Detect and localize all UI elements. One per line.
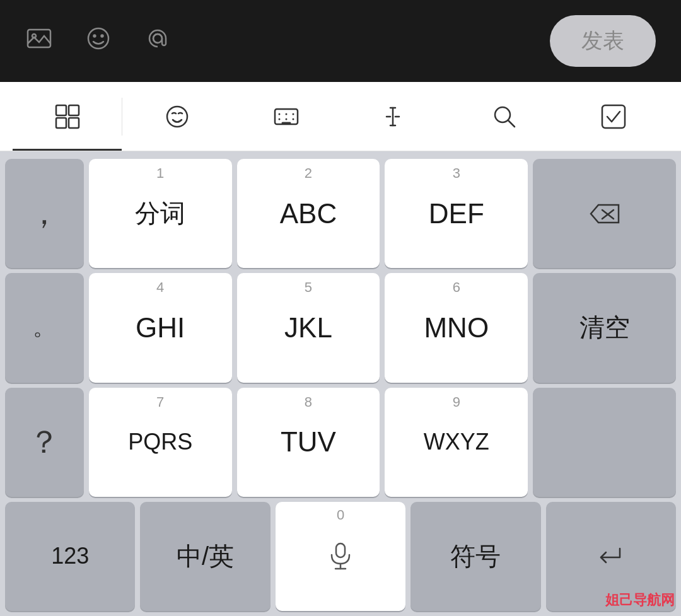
- emoji-icon[interactable]: [84, 25, 112, 58]
- svg-rect-6: [56, 105, 66, 115]
- key-8-tuv[interactable]: 8 TUV: [237, 388, 380, 497]
- checkmark-icon: [600, 103, 627, 131]
- key-row-4: 123 中/英 0 符号: [5, 502, 676, 611]
- key-period[interactable]: 。: [5, 273, 84, 382]
- watermark: 姐己导航网: [605, 591, 675, 610]
- svg-point-2: [88, 28, 108, 49]
- image-icon[interactable]: [25, 25, 53, 58]
- top-bar: 发表: [0, 0, 681, 82]
- key-row-3: ？ 7 PQRS 8 TUV 9 WXYZ: [5, 388, 676, 497]
- key-return-top[interactable]: [533, 388, 676, 497]
- keyboard: ， 1 分词 2 ABC 3 DEF 。: [0, 151, 681, 616]
- svg-point-4: [102, 35, 103, 37]
- svg-point-3: [94, 35, 96, 37]
- cursor-icon: [381, 103, 409, 131]
- toolbar: [0, 82, 681, 151]
- grid-icon: [54, 103, 81, 131]
- key-3-def[interactable]: 3 DEF: [385, 159, 528, 268]
- svg-rect-8: [56, 118, 66, 128]
- svg-line-25: [508, 120, 515, 127]
- key-comma[interactable]: ，: [5, 159, 84, 268]
- key-row-2: 。 4 GHI 5 JKL 6 MNO 清空: [5, 273, 676, 382]
- toolbar-item-keyboard[interactable]: [231, 82, 340, 151]
- mic-icon: [329, 542, 352, 570]
- key-4-ghi[interactable]: 4 GHI: [89, 273, 232, 382]
- toolbar-item-cursor[interactable]: [341, 82, 450, 151]
- return-icon: [595, 542, 627, 570]
- publish-button[interactable]: 发表: [550, 15, 656, 67]
- key-2-abc[interactable]: 2 ABC: [237, 159, 380, 268]
- key-9-wxyz[interactable]: 9 WXYZ: [385, 388, 528, 497]
- toolbar-item-search[interactable]: [450, 82, 559, 151]
- at-icon[interactable]: [144, 25, 172, 58]
- svg-rect-29: [336, 543, 345, 557]
- key-question[interactable]: ？: [5, 388, 84, 497]
- toolbar-item-dismiss[interactable]: [559, 82, 668, 151]
- top-bar-icons: [25, 25, 518, 58]
- key-0-mic[interactable]: 0: [276, 502, 405, 611]
- svg-point-10: [167, 107, 187, 127]
- mic-container: [329, 542, 352, 570]
- svg-rect-11: [275, 109, 298, 124]
- svg-rect-7: [69, 105, 79, 115]
- svg-rect-9: [69, 118, 79, 128]
- key-1-fensi[interactable]: 1 分词: [89, 159, 232, 268]
- backspace-icon: [586, 200, 624, 228]
- face-icon: [163, 103, 191, 131]
- key-backspace[interactable]: [533, 159, 676, 268]
- key-clear[interactable]: 清空: [533, 273, 676, 382]
- key-5-jkl[interactable]: 5 JKL: [237, 273, 380, 382]
- key-symbol[interactable]: 符号: [410, 502, 540, 611]
- key-7-pqrs[interactable]: 7 PQRS: [89, 388, 232, 497]
- svg-rect-26: [602, 105, 625, 128]
- keyboard-icon: [272, 103, 300, 131]
- key-zh-en[interactable]: 中/英: [140, 502, 270, 611]
- key-row-1: ， 1 分词 2 ABC 3 DEF: [5, 159, 676, 268]
- search-icon: [491, 103, 518, 131]
- key-6-mno[interactable]: 6 MNO: [385, 273, 528, 382]
- key-123[interactable]: 123: [5, 502, 135, 611]
- toolbar-item-emoji[interactable]: [122, 82, 231, 151]
- toolbar-item-grid[interactable]: [13, 82, 122, 151]
